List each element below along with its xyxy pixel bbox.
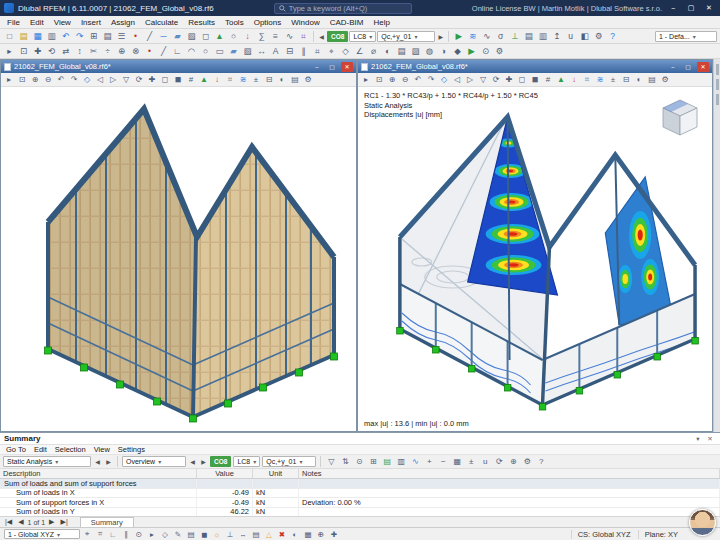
hinge-icon[interactable]: ○: [227, 30, 240, 43]
ortho-status-icon[interactable]: ∟: [107, 529, 119, 540]
clip-plane-icon[interactable]: ⊟: [263, 74, 275, 86]
print-table-icon[interactable]: ▥: [395, 456, 407, 468]
visibility-mode-icon[interactable]: ◐: [633, 74, 645, 86]
menu-item[interactable]: View: [90, 445, 114, 454]
decimals-icon[interactable]: ±: [465, 456, 477, 468]
visibility-mode-icon[interactable]: ◐: [276, 74, 288, 86]
results-display-icon[interactable]: ≋: [237, 74, 249, 86]
open-file-icon[interactable]: ▤: [17, 30, 30, 43]
refresh-table-icon[interactable]: ⟳: [493, 456, 505, 468]
menu-item[interactable]: Insert: [76, 18, 106, 27]
overview-select[interactable]: Overview▾: [122, 456, 186, 467]
minimize-button[interactable]: −: [666, 2, 680, 14]
pan-view-icon[interactable]: ✚: [146, 74, 158, 86]
calculate-icon[interactable]: ▶: [452, 30, 465, 43]
new-solid-icon[interactable]: ▧: [241, 45, 254, 58]
loads-display-icon[interactable]: ↓: [211, 74, 223, 86]
previous-table-button[interactable]: ◀: [93, 456, 102, 467]
wireframe-icon[interactable]: ◻: [516, 74, 528, 86]
redo-icon[interactable]: ↷: [73, 30, 86, 43]
menu-item[interactable]: Window: [286, 18, 324, 27]
numbering-icon[interactable]: #: [185, 74, 197, 86]
grid-icon[interactable]: ⌗: [311, 45, 324, 58]
excel-export-icon[interactable]: ▤: [381, 456, 393, 468]
coordinate-system-select[interactable]: 1 - Global XYZ▾: [4, 529, 80, 539]
progress-status-icon[interactable]: ◐: [289, 529, 301, 540]
color-scale-icon[interactable]: ▤: [646, 74, 658, 86]
save-icon[interactable]: ▦: [31, 30, 44, 43]
table-row[interactable]: Sum of loads in X -0.49 kN: [0, 489, 720, 499]
load-case-select[interactable]: LC8▾: [233, 456, 260, 467]
y-view-icon[interactable]: ▷: [464, 74, 476, 86]
trim-icon[interactable]: ✂: [87, 45, 100, 58]
results-display-icon[interactable]: ≋: [594, 74, 606, 86]
perspective-icon[interactable]: ◆: [451, 45, 464, 58]
rotate-icon[interactable]: ⟲: [45, 45, 58, 58]
layer-status-icon[interactable]: ▤: [185, 529, 197, 540]
opening-icon[interactable]: ◻: [199, 30, 212, 43]
mesh-display-icon[interactable]: ⌗: [581, 74, 593, 86]
loads-display-icon[interactable]: ↓: [568, 74, 580, 86]
minimize-child-button[interactable]: −: [311, 62, 323, 72]
move-icon[interactable]: ✚: [31, 45, 44, 58]
close-child-button[interactable]: ✕: [697, 62, 709, 72]
table-help-icon[interactable]: ?: [535, 456, 547, 468]
menu-item[interactable]: Settings: [114, 445, 149, 454]
menu-item[interactable]: View: [49, 18, 76, 27]
right-3d-viewport[interactable]: RC1 - 1.30 * RC43/p + 1.50 * RC44/p + 1.…: [358, 87, 712, 431]
load-case-name-select[interactable]: Qc,+y_01▾: [262, 456, 316, 467]
connect-icon[interactable]: ⊕: [115, 45, 128, 58]
close-panel-icon[interactable]: ✕: [704, 434, 716, 444]
menu-item[interactable]: Help: [368, 18, 394, 27]
sort-icon[interactable]: ⇅: [339, 456, 351, 468]
keyword-search-input[interactable]: Type a keyword (Alt+Q): [274, 3, 412, 14]
new-model-icon[interactable]: □: [3, 30, 16, 43]
x-view-icon[interactable]: ◁: [451, 74, 463, 86]
coordinate-system-icon[interactable]: ∠: [353, 45, 366, 58]
surface-icon[interactable]: ▰: [171, 30, 184, 43]
next-table-button[interactable]: ▶: [104, 456, 113, 467]
clip-plane-icon[interactable]: ⊟: [620, 74, 632, 86]
close-child-button[interactable]: ✕: [341, 62, 353, 72]
left-window-titlebar[interactable]: 21062_FEM_Global_v08.rf6* − ▢ ✕: [1, 60, 356, 73]
pan-view-icon[interactable]: ✚: [503, 74, 515, 86]
column-header[interactable]: Description: [0, 469, 197, 478]
fixed-columns-icon[interactable]: ▦: [451, 456, 463, 468]
workplane-icon[interactable]: ◇: [339, 45, 352, 58]
help-icon[interactable]: ?: [606, 30, 619, 43]
menu-item[interactable]: File: [2, 18, 25, 27]
zoom-all-icon[interactable]: ⊡: [373, 74, 385, 86]
color-scale-icon[interactable]: ▤: [289, 74, 301, 86]
light-status-icon[interactable]: ☼: [211, 529, 223, 540]
solid-icon[interactable]: ▧: [185, 30, 198, 43]
menu-item[interactable]: Calculate: [140, 18, 183, 27]
previous-page-button[interactable]: ◀: [16, 518, 25, 526]
table-settings-icon[interactable]: ⚙: [521, 456, 533, 468]
find-icon[interactable]: ⊙: [353, 456, 365, 468]
table-row[interactable]: Sum of support forces in X -0.49 kN Devi…: [0, 498, 720, 508]
select-icon[interactable]: ▸: [3, 45, 16, 58]
copy-icon[interactable]: ⊞: [87, 30, 100, 43]
node-icon[interactable]: •: [129, 30, 142, 43]
minimize-child-button[interactable]: −: [667, 62, 679, 72]
next-page-button[interactable]: ▶: [47, 518, 56, 526]
mesh-icon[interactable]: ⌗: [297, 30, 310, 43]
annotation-icon[interactable]: A: [269, 45, 282, 58]
rotate-view-icon[interactable]: ⟳: [490, 74, 502, 86]
prev-view-icon[interactable]: ↶: [412, 74, 424, 86]
prev-view-icon[interactable]: ↶: [55, 74, 67, 86]
guideline-icon[interactable]: ∥: [297, 45, 310, 58]
z-view-icon[interactable]: ▽: [120, 74, 132, 86]
new-surface-icon[interactable]: ▰: [227, 45, 240, 58]
collapsed-panel-strip[interactable]: [713, 59, 720, 432]
supports-display-icon[interactable]: ▲: [555, 74, 567, 86]
maximize-button[interactable]: ▢: [684, 2, 698, 14]
last-page-button[interactable]: ▶|: [59, 518, 70, 526]
imperfection-icon[interactable]: ∿: [283, 30, 296, 43]
data-tables-icon[interactable]: ▤: [101, 30, 114, 43]
zoom-in-icon[interactable]: ⊕: [29, 74, 41, 86]
first-page-button[interactable]: |◀: [3, 518, 14, 526]
shading-icon[interactable]: ◑: [437, 45, 450, 58]
divide-icon[interactable]: ÷: [101, 45, 114, 58]
next-view-icon[interactable]: ↷: [425, 74, 437, 86]
